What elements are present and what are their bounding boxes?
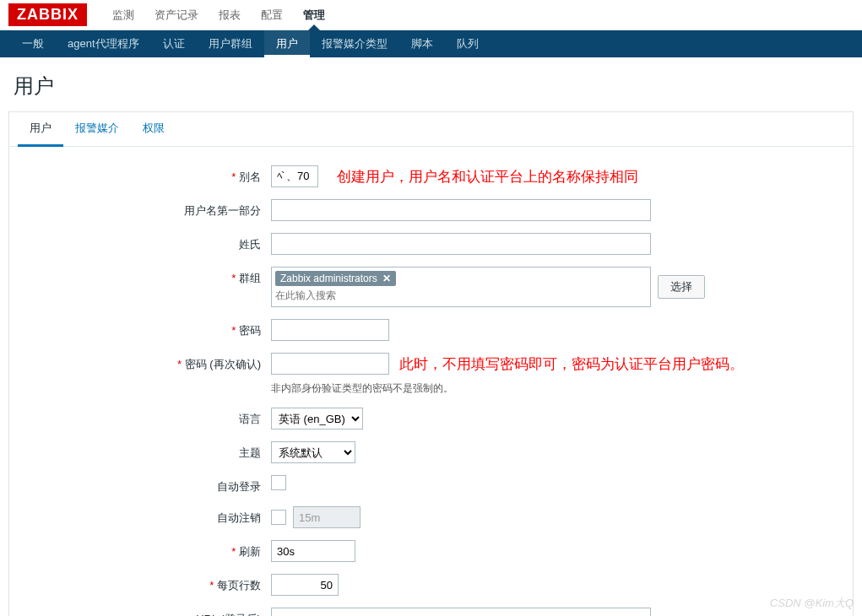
tab-user[interactable]: 用户 xyxy=(18,112,63,147)
row-firstname: 用户名第一部分 xyxy=(18,199,844,221)
autologout-input xyxy=(293,506,361,528)
label-autologout: 自动注销 xyxy=(18,506,271,526)
row-rowsperpage: 每页行数 xyxy=(18,574,844,596)
watermark: CSDN @Kim大Q xyxy=(770,596,854,611)
row-refresh: 刷新 xyxy=(18,540,844,562)
row-autologin: 自动登录 xyxy=(18,475,844,494)
subnav: 一般 agent代理程序 认证 用户群组 用户 报警媒介类型 脚本 队列 xyxy=(0,30,862,57)
subnav-scripts[interactable]: 脚本 xyxy=(399,30,445,57)
label-url: URL (登录后) xyxy=(18,608,271,616)
tab-permissions[interactable]: 权限 xyxy=(131,112,176,147)
autologin-checkbox[interactable] xyxy=(271,475,286,490)
tabs: 用户 报警媒介 权限 xyxy=(9,112,853,147)
topbar: ZABBIX 监测 资产记录 报表 配置 管理 xyxy=(0,0,862,30)
subnav-auth[interactable]: 认证 xyxy=(151,30,197,57)
label-password-confirm: 密码 (再次确认) xyxy=(18,353,271,372)
groups-multiselect[interactable]: Zabbix administrators✕ xyxy=(271,267,651,307)
row-autologout: 自动注销 xyxy=(18,506,844,528)
topnav: 监测 资产记录 报表 配置 管理 xyxy=(102,0,335,30)
subnav-queue[interactable]: 队列 xyxy=(445,30,491,57)
autologout-checkbox[interactable] xyxy=(271,510,286,525)
password-hint: 非内部身份验证类型的密码不是强制的。 xyxy=(271,381,844,396)
surname-input[interactable] xyxy=(271,233,651,255)
subnav-users[interactable]: 用户 xyxy=(264,30,310,57)
annotation-username: 创建用户，用户名和认证平台上的名称保持相同 xyxy=(337,167,638,186)
label-groups: 群组 xyxy=(18,267,271,286)
remove-tag-icon[interactable]: ✕ xyxy=(382,273,391,284)
theme-select[interactable]: 系统默认 xyxy=(271,441,355,463)
group-tag[interactable]: Zabbix administrators✕ xyxy=(275,271,396,286)
row-password-confirm: 密码 (再次确认) 此时，不用填写密码即可，密码为认证平台用户密码。 xyxy=(18,353,844,375)
topnav-admin[interactable]: 管理 xyxy=(293,0,335,30)
password-input[interactable] xyxy=(271,319,389,341)
label-password: 密码 xyxy=(18,319,271,338)
tab-media[interactable]: 报警媒介 xyxy=(63,112,131,147)
label-language: 语言 xyxy=(18,408,271,427)
row-surname: 姓氏 xyxy=(18,233,844,255)
page: 用户 用户 报警媒介 权限 别名 创建用户，用户名和认证平台上的名称保持相同 用… xyxy=(0,57,862,616)
label-surname: 姓氏 xyxy=(18,233,271,252)
url-input[interactable] xyxy=(271,608,651,616)
logo[interactable]: ZABBIX xyxy=(8,3,87,26)
topnav-config[interactable]: 配置 xyxy=(251,0,293,30)
subnav-general[interactable]: 一般 xyxy=(10,30,56,57)
select-groups-button[interactable]: 选择 xyxy=(658,275,705,299)
label-autologin: 自动登录 xyxy=(18,475,271,494)
label-alias: 别名 xyxy=(18,165,271,185)
annotation-password: 此时，不用填写密码即可，密码为认证平台用户密码。 xyxy=(399,354,744,374)
groups-search-input[interactable] xyxy=(275,289,647,301)
row-groups: 群组 Zabbix administrators✕ 选择 xyxy=(18,267,844,307)
label-rowsperpage: 每页行数 xyxy=(18,574,271,593)
row-language: 语言 英语 (en_GB) xyxy=(18,408,844,430)
label-theme: 主题 xyxy=(18,441,271,461)
alias-input[interactable] xyxy=(271,165,318,187)
topnav-inventory[interactable]: 资产记录 xyxy=(144,0,209,30)
language-select[interactable]: 英语 (en_GB) xyxy=(271,408,363,430)
subnav-proxies[interactable]: agent代理程序 xyxy=(56,30,151,57)
form: 别名 创建用户，用户名和认证平台上的名称保持相同 用户名第一部分 姓氏 群组 Z… xyxy=(9,147,853,616)
label-firstname: 用户名第一部分 xyxy=(18,199,271,219)
row-password: 密码 xyxy=(18,319,844,341)
panel: 用户 报警媒介 权限 别名 创建用户，用户名和认证平台上的名称保持相同 用户名第… xyxy=(8,111,854,616)
row-theme: 主题 系统默认 xyxy=(18,441,844,463)
refresh-input[interactable] xyxy=(271,540,355,562)
subnav-mediatypes[interactable]: 报警媒介类型 xyxy=(310,30,399,57)
page-title: 用户 xyxy=(14,73,854,100)
rowsperpage-input[interactable] xyxy=(271,574,339,596)
topnav-monitor[interactable]: 监测 xyxy=(102,0,144,30)
label-refresh: 刷新 xyxy=(18,540,271,559)
firstname-input[interactable] xyxy=(271,199,651,221)
subnav-usergroups[interactable]: 用户群组 xyxy=(197,30,264,57)
row-url: URL (登录后) xyxy=(18,608,844,616)
topnav-reports[interactable]: 报表 xyxy=(209,0,251,30)
row-alias: 别名 创建用户，用户名和认证平台上的名称保持相同 xyxy=(18,165,844,187)
password-confirm-input[interactable] xyxy=(271,353,389,375)
